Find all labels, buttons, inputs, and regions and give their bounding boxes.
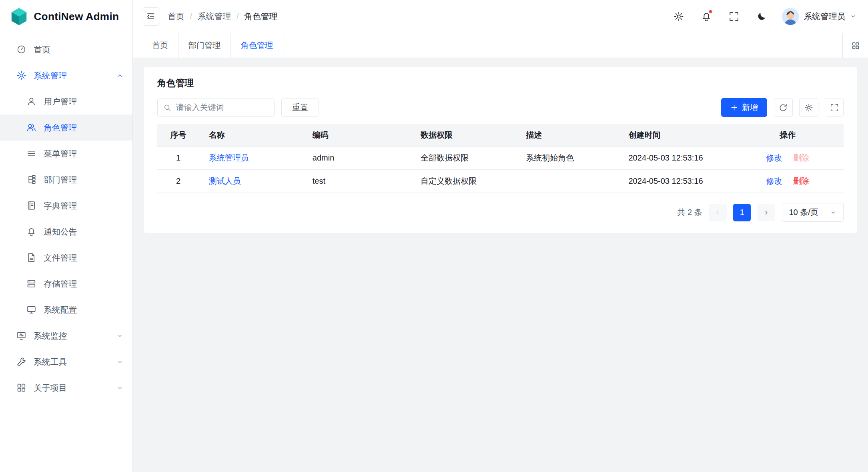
header: 首页 / 系统管理 / 角色管理 (133, 0, 868, 33)
chevron-right-icon (763, 209, 770, 216)
gear-icon (674, 11, 684, 22)
sidebar-item-system-monitor[interactable]: 系统监控 (0, 323, 132, 349)
search-box[interactable] (157, 98, 275, 117)
cell-created-at: 2024-05-03 12:53:16 (619, 147, 732, 170)
sidebar-item-role-management[interactable]: 角色管理 (0, 114, 132, 141)
main-area: 首页 / 系统管理 / 角色管理 (133, 0, 868, 472)
column-header-description: 描述 (517, 124, 619, 146)
pagination-total: 共 2 条 (677, 207, 702, 218)
settings-button[interactable] (669, 6, 689, 26)
sidebar-item-notice-announcement[interactable]: 通知公告 (0, 219, 132, 245)
sidebar-item-label: 系统配置 (44, 304, 77, 315)
chevron-down-icon (116, 332, 124, 339)
reset-button[interactable]: 重置 (281, 98, 319, 117)
notification-badge-dot (709, 10, 713, 14)
role-management-card: 角色管理 重置 新增 (144, 67, 857, 233)
cell-created-at: 2024-05-03 12:53:16 (619, 170, 732, 193)
role-name-link[interactable]: 测试人员 (209, 177, 241, 185)
sidebar-item-home[interactable]: 首页 (0, 36, 132, 62)
sidebar-menu: 首页 系统管理 用户管理 角色管理 菜单管理 (0, 33, 132, 401)
cell-index: 2 (157, 170, 199, 193)
search-icon (163, 104, 172, 112)
sidebar-item-storage-management[interactable]: 存储管理 (0, 271, 132, 297)
expand-icon (830, 103, 839, 112)
add-button-label: 新增 (742, 102, 758, 113)
cell-data-scope: 自定义数据权限 (411, 170, 516, 193)
chevron-down-icon (116, 358, 124, 366)
cell-description: 系统初始角色 (517, 147, 619, 170)
page-title: 角色管理 (157, 77, 844, 89)
search-input[interactable] (176, 103, 269, 112)
column-settings-button[interactable] (799, 98, 818, 117)
column-header-name: 名称 (199, 124, 303, 146)
add-button[interactable]: 新增 (721, 98, 767, 117)
menu-fold-icon (146, 12, 156, 21)
avatar (782, 8, 799, 25)
sidebar-item-label: 角色管理 (44, 122, 77, 133)
sidebar-item-label: 部门管理 (44, 174, 77, 185)
tab-actions-button[interactable] (842, 33, 868, 58)
page-number-button[interactable]: 1 (733, 204, 751, 221)
tab-bar: 首页 部门管理 角色管理 (133, 33, 868, 58)
edit-link[interactable]: 修改 (766, 153, 782, 162)
content-area: 角色管理 重置 新增 (133, 58, 868, 472)
cell-index: 1 (157, 147, 199, 170)
cell-description (517, 170, 619, 193)
tab-department-management[interactable]: 部门管理 (178, 33, 231, 58)
table-fullscreen-button[interactable] (825, 98, 844, 117)
prev-page-button[interactable] (709, 204, 726, 221)
page-size-value: 10 条/页 (789, 207, 818, 218)
sidebar: ContiNew Admin 首页 系统管理 用户管理 角色管理 (0, 0, 133, 472)
sidebar-item-user-management[interactable]: 用户管理 (0, 88, 132, 114)
edit-link[interactable]: 修改 (766, 177, 782, 185)
fullscreen-icon (729, 11, 739, 22)
file-icon (26, 253, 36, 263)
table-row: 2 测试人员 test 自定义数据权限 2024-05-03 12:53:16 … (157, 170, 844, 193)
table-row: 1 系统管理员 admin 全部数据权限 系统初始角色 2024-05-03 1… (157, 147, 844, 170)
tree-icon (26, 175, 36, 185)
roles-table: 序号 名称 编码 数据权限 描述 创建时间 操作 1 系统管理员 (157, 124, 844, 193)
chevron-up-icon (116, 72, 124, 79)
monitor-icon (16, 331, 26, 341)
breadcrumb-item-home[interactable]: 首页 (168, 11, 184, 22)
delete-link[interactable]: 删除 (793, 177, 809, 185)
sidebar-item-label: 系统工具 (34, 356, 67, 368)
grid-icon (851, 41, 860, 50)
breadcrumb-item-role-management: 角色管理 (244, 11, 277, 22)
sidebar-item-menu-management[interactable]: 菜单管理 (0, 141, 132, 167)
sidebar-item-file-management[interactable]: 文件管理 (0, 245, 132, 271)
breadcrumb-item-system-management[interactable]: 系统管理 (198, 11, 231, 22)
fullscreen-button[interactable] (724, 6, 744, 26)
column-header-index: 序号 (157, 124, 199, 146)
breadcrumb: 首页 / 系统管理 / 角色管理 (168, 11, 277, 22)
next-page-button[interactable] (758, 204, 775, 221)
sidebar-item-label: 菜单管理 (44, 148, 77, 159)
sidebar-item-label: 字典管理 (44, 200, 77, 211)
notifications-button[interactable] (696, 6, 716, 26)
sidebar-item-system-management[interactable]: 系统管理 (0, 62, 132, 88)
dark-mode-button[interactable] (752, 6, 772, 26)
sidebar-item-system-config[interactable]: 系统配置 (0, 297, 132, 323)
user-icon (26, 96, 36, 106)
app-logo-icon (10, 7, 28, 26)
app-logo[interactable]: ContiNew Admin (0, 0, 132, 33)
role-name-link[interactable]: 系统管理员 (209, 153, 249, 162)
user-menu[interactable]: 系统管理员 (782, 8, 860, 25)
sidebar-item-about-project[interactable]: 关于项目 (0, 375, 132, 401)
sidebar-collapse-button[interactable] (142, 7, 160, 26)
page-size-select[interactable]: 10 条/页 (782, 203, 844, 222)
sidebar-item-label: 通知公告 (44, 226, 77, 237)
sidebar-submenu-system-management: 用户管理 角色管理 菜单管理 部门管理 字典管理 (0, 88, 132, 323)
cell-code: test (303, 170, 411, 193)
column-header-actions: 操作 (732, 124, 844, 146)
sidebar-item-system-tools[interactable]: 系统工具 (0, 349, 132, 375)
refresh-icon (779, 103, 788, 112)
cell-code: admin (303, 147, 411, 170)
sidebar-item-dictionary-management[interactable]: 字典管理 (0, 193, 132, 219)
storage-icon (26, 279, 36, 289)
sidebar-item-department-management[interactable]: 部门管理 (0, 167, 132, 193)
tab-home[interactable]: 首页 (142, 33, 178, 58)
sidebar-item-label: 存储管理 (44, 278, 77, 289)
refresh-button[interactable] (774, 98, 793, 117)
tab-role-management[interactable]: 角色管理 (231, 33, 283, 58)
